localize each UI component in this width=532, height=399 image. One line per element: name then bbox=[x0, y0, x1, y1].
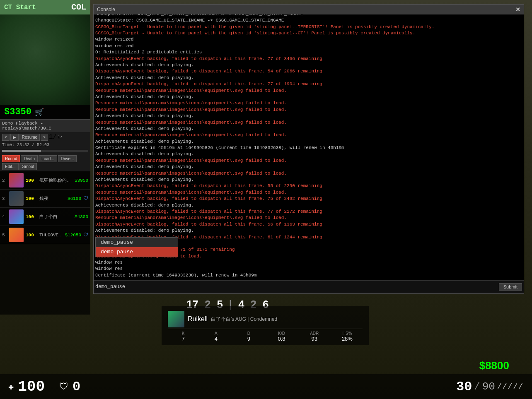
console-line: Achievements disabled: demo playing. bbox=[95, 139, 522, 145]
killfeed: Ruikell 白了个白's AUG | Condemned K 7 A 4 D… bbox=[162, 306, 369, 345]
money-bar: $3350 🛒 bbox=[0, 105, 90, 119]
health-value: 100 bbox=[18, 378, 45, 395]
console-input-bar: Submit bbox=[94, 280, 524, 293]
stat-a-value: 4 bbox=[201, 336, 231, 342]
demo-next-button[interactable]: > bbox=[41, 134, 48, 141]
player-name: 残夜 bbox=[39, 195, 65, 202]
console-line: Achievements disabled: demo playing. bbox=[95, 94, 522, 100]
console-line: Resource material\panorama\images\icons\… bbox=[95, 171, 522, 177]
autocomplete-item-selected[interactable]: demo_pause bbox=[96, 247, 178, 257]
avatar bbox=[9, 173, 24, 187]
stat-d-value: 9 bbox=[233, 336, 264, 342]
load-button[interactable]: Load... bbox=[39, 155, 57, 162]
demo-play-button[interactable]: ▶ bbox=[10, 134, 19, 141]
ct-label: CT Start bbox=[4, 4, 36, 11]
avatar bbox=[9, 191, 24, 206]
console-line: window res bbox=[95, 266, 522, 272]
player-name: 白了个白 bbox=[39, 214, 73, 220]
console-line: Resource material\panorama\images\icons\… bbox=[95, 107, 522, 113]
demo-prev-button[interactable]: < bbox=[2, 134, 10, 141]
demo-time: Time: 23:32 / 52:03 bbox=[0, 142, 90, 148]
stat-hs-label: HS% bbox=[332, 331, 363, 336]
player-money: $6100 bbox=[68, 196, 81, 201]
ammo-current: 30 bbox=[456, 379, 472, 394]
autocomplete-item[interactable]: demo_pause bbox=[96, 238, 178, 247]
console-line: CCSGO_BlurTarget - Unable to find panel … bbox=[95, 24, 522, 30]
stat-hs: HS% 28% bbox=[332, 331, 363, 342]
console-line: window resized bbox=[95, 43, 522, 49]
console-line: Certificate expires in 45h19m at 1649995… bbox=[95, 145, 522, 151]
demo-progress-slider[interactable] bbox=[2, 150, 88, 152]
stat-hs-value: 28% bbox=[332, 336, 363, 342]
minimap-background bbox=[0, 14, 90, 105]
list-item: 4 100 白了个白 $4300 bbox=[0, 208, 90, 226]
stat-adr-label: ADR bbox=[299, 331, 330, 336]
console-line: Resource material\panorama\images\icons\… bbox=[95, 215, 522, 221]
health-display: ✚ 100 🛡 0 bbox=[0, 378, 89, 395]
armor-value: 0 bbox=[73, 379, 80, 394]
round-button[interactable]: Round bbox=[2, 155, 20, 162]
avatar bbox=[9, 209, 24, 224]
left-hud-panel: CT Start COL $3350 🛒 Demo Playback - rep… bbox=[0, 0, 90, 315]
demo-slider-fill bbox=[2, 150, 41, 152]
console-line: Resource material\panorama\images\icons\… bbox=[95, 190, 522, 196]
console-close-button[interactable]: ✕ bbox=[515, 6, 520, 13]
console-line: DispatchAsyncEvent backlog, failed to di… bbox=[95, 81, 522, 87]
minimap bbox=[0, 14, 90, 105]
list-item: 5 100 THUGOVERLXRO $12050 🛡 bbox=[0, 226, 90, 244]
player-name: THUGOVERLXRO bbox=[39, 233, 63, 238]
autocomplete-dropdown[interactable]: demo_pause demo_pause bbox=[95, 237, 178, 257]
console-input[interactable] bbox=[95, 284, 497, 290]
killfeed-player-name: Ruikell bbox=[188, 315, 208, 323]
console-line: DispatchAsyncEvent backlog, failed to di… bbox=[95, 221, 522, 228]
console-line: Achievements disabled: demo playing. bbox=[95, 62, 522, 68]
death-button[interactable]: Death bbox=[21, 155, 38, 162]
console-line: Achievements disabled: demo playing. bbox=[95, 177, 522, 183]
stat-a: A 4 bbox=[201, 331, 231, 342]
killfeed-avatar bbox=[168, 311, 184, 327]
stat-kd-label: K/D bbox=[266, 331, 297, 336]
console-line: DispatchAsyncEvent backlog, failed to di… bbox=[95, 183, 522, 189]
stat-adr-value: 93 bbox=[299, 336, 330, 342]
money-value: $3350 bbox=[4, 107, 31, 117]
console-line: Resource material\panorama\images\icons\… bbox=[95, 120, 522, 126]
console-line: Resource material\panorama\images\icons\… bbox=[95, 158, 522, 164]
stat-kd: K/D 0.8 bbox=[266, 331, 297, 342]
action-buttons: Round Death Load... Drive... Edit... Smo… bbox=[0, 154, 90, 171]
console-line: Resource material\panorama\images\icons\… bbox=[95, 132, 522, 138]
stat-a-label: A bbox=[201, 331, 231, 336]
smooth-button[interactable]: Smoot bbox=[19, 163, 37, 170]
console-line: Achievements disabled: demo playing. bbox=[95, 228, 522, 234]
ammo-bars: ///// bbox=[497, 382, 524, 391]
health-icon: ✚ bbox=[8, 381, 14, 392]
stat-k-value: 7 bbox=[168, 336, 198, 342]
player-hp: 100 bbox=[26, 178, 37, 183]
list-item: 2 100 疯狂偷吃你的贡品 $3950 bbox=[0, 171, 90, 190]
ammo-reserve: 90 bbox=[482, 380, 495, 393]
stat-d: D 9 bbox=[233, 331, 264, 342]
player-list: 2 100 疯狂偷吃你的贡品 $3950 3 100 残夜 $6100 🛡 4 … bbox=[0, 171, 90, 244]
player-num: 4 bbox=[2, 214, 7, 219]
console-line: Achievements disabled: demo playing. bbox=[95, 202, 522, 209]
player-num: 3 bbox=[2, 196, 7, 201]
ct-start-bar: CT Start COL bbox=[0, 0, 90, 14]
player-num: 5 bbox=[2, 233, 7, 238]
demo-page: 1/ bbox=[58, 135, 63, 139]
console-window: Console ✕ Certificate expires in 45h29m … bbox=[93, 4, 524, 294]
edit-button[interactable]: Edit... bbox=[2, 163, 19, 170]
killfeed-weapon: 白了个白's AUG | Condemned bbox=[211, 316, 277, 323]
drive-button[interactable]: Drive... bbox=[58, 155, 77, 162]
shield-icon: 🛡 bbox=[83, 195, 88, 202]
console-line: Resource material\panorama\images\icons\… bbox=[95, 88, 522, 94]
stat-kd-value: 0.8 bbox=[266, 336, 297, 342]
demo-playback-label: Demo Playback - replays\match730_C bbox=[0, 119, 90, 132]
console-line: Achievements disabled: demo playing. bbox=[95, 164, 522, 170]
player-hp: 100 bbox=[26, 214, 37, 219]
console-submit-button[interactable]: Submit bbox=[499, 283, 522, 291]
killfeed-row: Ruikell 白了个白's AUG | Condemned bbox=[168, 310, 363, 329]
demo-resume-button[interactable]: Resume bbox=[19, 134, 40, 141]
console-line: Certificate (current time 1649833238), w… bbox=[95, 272, 522, 279]
console-line: Achievements disabled: demo playing. bbox=[95, 75, 522, 81]
console-line: CCSGO_BlurTarget - Unable to find panel … bbox=[95, 30, 522, 36]
console-titlebar: Console ✕ bbox=[94, 5, 524, 14]
